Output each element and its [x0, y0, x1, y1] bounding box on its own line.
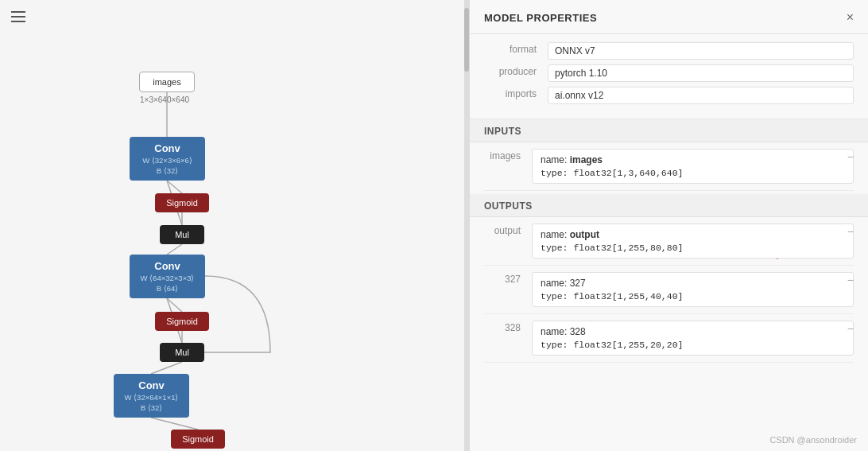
output-type-327: type: float32[1,255,40,40]	[541, 291, 834, 301]
node-mul2[interactable]: Mul	[160, 343, 204, 362]
properties-section: format ONNX v7 producer pytorch 1.10 imp…	[470, 34, 868, 119]
imports-label: imports	[484, 87, 548, 99]
inputs-section-header: INPUTS	[470, 119, 868, 142]
input-item-images[interactable]: images name: images type: float32[1,3,64…	[484, 142, 854, 191]
output-item-327[interactable]: 327 name: 327 type: float32[1,255,40,40]…	[484, 266, 854, 314]
output-name-327: name: 327	[541, 278, 834, 289]
output-content-output: name: output type: float32[1,255,80,80]	[532, 224, 854, 259]
graph-panel: images 1×3×640×640 Conv W ⟨32×3×6×6⟩ B ⟨…	[0, 0, 469, 451]
output-type-328: type: float32[1,255,20,20]	[541, 340, 834, 350]
format-value: ONNX v7	[548, 42, 854, 60]
node-sigmoid1[interactable]: Sigmoid	[155, 193, 209, 212]
output-label-328: 328	[484, 321, 532, 333]
format-row: format ONNX v7	[484, 42, 854, 60]
output-type-output: type: float32[1,255,80,80]	[541, 243, 834, 253]
node-mul1[interactable]: Mul	[160, 225, 204, 244]
input-collapse-icon[interactable]: −	[847, 150, 854, 163]
producer-label: producer	[484, 64, 548, 77]
node-conv2[interactable]: Conv W ⟨64×32×3×3⟩ B ⟨64⟩	[130, 255, 205, 298]
node-images[interactable]: images	[139, 72, 195, 92]
output-collapse-icon-1[interactable]: −	[847, 225, 854, 238]
node-conv1[interactable]: Conv W ⟨32×3×6×6⟩ B ⟨32⟩	[130, 137, 205, 181]
producer-row: producer pytorch 1.10	[484, 64, 854, 82]
output-item-output[interactable]: output name: output type: float32[1,255,…	[484, 217, 854, 266]
output-name-328: name: 328	[541, 326, 834, 337]
close-button[interactable]: ×	[847, 11, 854, 24]
svg-line-9	[151, 418, 198, 430]
svg-line-4	[167, 244, 182, 255]
node-conv3[interactable]: Conv W ⟨32×64×1×1⟩ B ⟨32⟩	[114, 374, 189, 418]
watermark: CSDN @ansondroider	[769, 435, 857, 445]
scrollbar[interactable]	[464, 0, 469, 451]
output-item-328[interactable]: 328 name: 328 type: float32[1,255,20,20]…	[484, 314, 854, 363]
outputs-section-header: OUTPUTS	[470, 194, 868, 217]
svg-line-5	[167, 298, 182, 312]
output-name-output: name: output	[541, 229, 834, 240]
panel-body: format ONNX v7 producer pytorch 1.10 imp…	[470, 34, 868, 451]
input-label-images: images	[484, 149, 532, 161]
output-collapse-icon-3[interactable]: −	[847, 322, 854, 335]
dim-label-1: 1×3×640×640	[140, 95, 189, 104]
output-collapse-icon-2[interactable]: −	[847, 274, 854, 286]
format-label: format	[484, 42, 548, 55]
output-label-output: output	[484, 224, 532, 236]
input-type-images: type: float32[1,3,640,640]	[541, 168, 834, 178]
node-sigmoid3[interactable]: Sigmoid	[171, 430, 225, 449]
input-name-images: name: images	[541, 154, 834, 165]
svg-line-1	[167, 181, 182, 193]
output-label-327: 327	[484, 272, 532, 285]
panel-title: MODEL PROPERTIES	[484, 12, 597, 24]
node-sigmoid2[interactable]: Sigmoid	[155, 312, 209, 331]
hamburger-menu[interactable]	[11, 11, 25, 22]
properties-panel: MODEL PROPERTIES × format ONNX v7 produc…	[469, 0, 868, 451]
output-content-327: name: 327 type: float32[1,255,40,40]	[532, 272, 854, 307]
output-content-328: name: 328 type: float32[1,255,20,20]	[532, 321, 854, 356]
imports-value: ai.onnx v12	[548, 87, 854, 104]
panel-header: MODEL PROPERTIES ×	[470, 0, 868, 34]
producer-value: pytorch 1.10	[548, 64, 854, 82]
outputs-section: output name: output type: float32[1,255,…	[470, 217, 868, 363]
graph-lines	[0, 0, 464, 451]
imports-row: imports ai.onnx v12	[484, 87, 854, 104]
input-content-images: name: images type: float32[1,3,640,640]	[532, 149, 854, 184]
svg-line-8	[151, 362, 182, 374]
inputs-section: images name: images type: float32[1,3,64…	[470, 142, 868, 191]
